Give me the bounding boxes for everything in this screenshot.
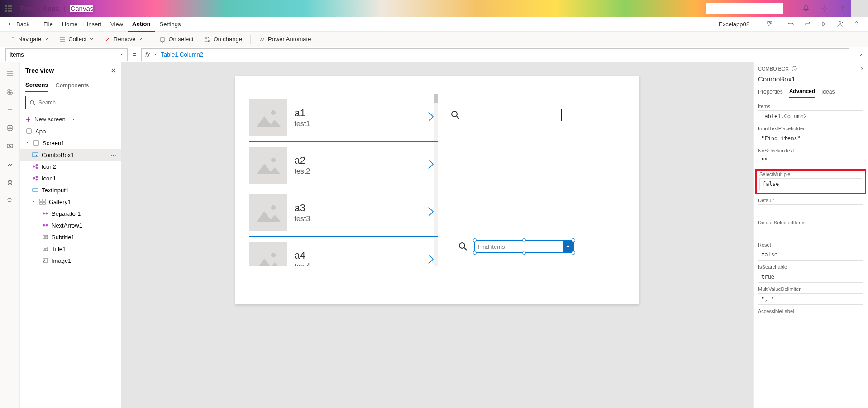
rail-powerautomate-icon[interactable] <box>0 157 20 172</box>
chevron-right-icon[interactable] <box>426 253 435 266</box>
user-avatar[interactable] <box>851 0 868 17</box>
property-dropdown[interactable]: Items <box>5 48 128 61</box>
tree-node-gallery1[interactable]: Gallery1 <box>20 196 121 208</box>
properties-panel: COMBO BOX ComboBox1 Properties Advanced … <box>753 62 868 408</box>
tree-node-title1[interactable]: Title1 <box>20 243 121 255</box>
brand-label: Power Apps | Canvas <box>20 5 93 12</box>
redo-icon[interactable] <box>799 17 816 32</box>
prop-selectmultiple-input[interactable]: false <box>759 178 862 190</box>
tab-screens[interactable]: Screens <box>25 79 48 92</box>
search-icon[interactable] <box>458 242 468 251</box>
menu-settings[interactable]: Settings <box>155 17 185 32</box>
prop-issearchable-input[interactable]: true <box>758 271 863 283</box>
prop-reset-input[interactable]: false <box>758 249 863 261</box>
gallery-item[interactable]: a2 test2 <box>249 142 438 189</box>
navigate-button[interactable]: Navigate <box>5 36 53 43</box>
menu-view[interactable]: View <box>106 17 128 32</box>
rail-data-icon[interactable] <box>0 120 20 136</box>
gallery-item-subtitle: test4 <box>295 262 310 266</box>
back-button[interactable]: Back <box>4 21 33 28</box>
combobox-chevron-icon[interactable] <box>563 241 573 252</box>
rail-treeview-icon[interactable] <box>0 84 20 100</box>
svg-rect-30 <box>43 235 48 239</box>
prop-defaultselected-input[interactable] <box>758 227 863 238</box>
expand-formula-icon[interactable] <box>853 52 868 58</box>
share-icon[interactable] <box>832 17 848 32</box>
gallery-item[interactable]: a3 test3 <box>249 189 438 237</box>
svg-rect-12 <box>27 129 31 133</box>
tree-search-input[interactable] <box>38 100 111 106</box>
tree-node-separator1[interactable]: Separator1 <box>20 208 121 219</box>
property-value: Items <box>10 51 24 58</box>
menu-action[interactable]: Action <box>128 17 155 32</box>
prop-placeholder-input[interactable]: "Find items" <box>758 133 863 144</box>
chevron-right-icon[interactable] <box>426 158 435 172</box>
info-icon[interactable] <box>792 66 797 71</box>
rail-hamburger-icon[interactable] <box>0 66 20 81</box>
menu-home[interactable]: Home <box>57 17 82 32</box>
prop-noselection-input[interactable]: "" <box>758 155 863 166</box>
help-icon[interactable] <box>833 0 851 17</box>
tab-advanced[interactable]: Advanced <box>789 85 815 98</box>
remove-button[interactable]: Remove <box>100 36 147 43</box>
undo-icon[interactable] <box>783 17 799 32</box>
tree-node-combobox1[interactable]: ComboBox1 ⋯ <box>20 149 121 161</box>
collapse-panel-icon[interactable] <box>859 66 864 72</box>
notifications-icon[interactable] <box>797 0 815 17</box>
svg-point-11 <box>30 100 34 104</box>
rail-media-icon[interactable] <box>0 138 20 154</box>
help-menu-icon[interactable] <box>848 17 864 32</box>
tree-node-subtitle1[interactable]: Subtitle1 <box>20 231 121 243</box>
rail-variables-icon[interactable] <box>0 175 20 190</box>
control-name-label: ComboBox1 <box>754 75 868 85</box>
tree-node-app[interactable]: App <box>20 125 121 137</box>
gallery-item[interactable]: a4 test4 <box>249 237 438 266</box>
svg-point-0 <box>823 7 825 9</box>
prop-default-input[interactable] <box>758 204 863 216</box>
tree-node-image1[interactable]: Image1 <box>20 255 121 266</box>
tree-node-nextarrow1[interactable]: NextArrow1 <box>20 219 121 231</box>
gallery-control[interactable]: a1 test1 a2 test2 a3 test3 a4 <box>249 94 438 266</box>
tree-label-icon2: Icon2 <box>42 163 56 170</box>
prop-items-input[interactable]: Table1.Column2 <box>758 110 863 122</box>
tab-properties[interactable]: Properties <box>758 85 783 98</box>
tree-label-gallery1: Gallery1 <box>49 199 71 205</box>
search-icon[interactable] <box>450 110 460 120</box>
tree-node-icon1[interactable]: Icon1 <box>20 172 121 184</box>
prop-multivaluedelim-input[interactable]: ", " <box>758 293 863 305</box>
rail-insert-icon[interactable] <box>0 102 20 118</box>
gallery-item-title: a1 <box>295 107 310 119</box>
gallery-item[interactable]: a1 test1 <box>249 94 438 142</box>
app-launcher-icon[interactable] <box>0 0 17 17</box>
onselect-label: On select <box>168 36 193 43</box>
rail-search-icon[interactable] <box>0 193 20 208</box>
settings-gear-icon[interactable] <box>815 0 833 17</box>
close-panel-icon[interactable]: ✕ <box>111 67 116 74</box>
environment-search[interactable] <box>706 3 783 14</box>
screen-canvas[interactable]: a1 test1 a2 test2 a3 test3 a4 <box>235 76 639 304</box>
menu-insert[interactable]: Insert <box>82 17 106 32</box>
gallery-item-title: a2 <box>295 155 310 166</box>
tree-label-textinput1: TextInput1 <box>42 187 69 194</box>
tab-ideas[interactable]: Ideas <box>821 85 835 98</box>
formula-input[interactable]: fx Table1.Column2 <box>141 48 849 61</box>
chevron-right-icon[interactable] <box>426 205 435 220</box>
onchange-button[interactable]: On change <box>200 36 247 43</box>
powerautomate-button[interactable]: Power Automate <box>254 36 315 43</box>
tree-node-textinput1[interactable]: TextInput1 <box>20 184 121 196</box>
node-more-icon[interactable]: ⋯ <box>110 152 116 158</box>
chevron-right-icon[interactable] <box>426 110 435 125</box>
tab-components[interactable]: Components <box>56 79 89 92</box>
preview-play-icon[interactable] <box>816 17 832 32</box>
app-checker-icon[interactable] <box>761 17 777 32</box>
onselect-button[interactable]: On select <box>155 36 198 43</box>
tree-node-icon2[interactable]: Icon2 <box>20 161 121 172</box>
new-screen-button[interactable]: New screen <box>20 113 121 125</box>
tree-search[interactable] <box>25 96 115 109</box>
textinput-control[interactable] <box>467 109 562 121</box>
collect-button[interactable]: Collect <box>55 36 98 43</box>
menu-file[interactable]: File <box>39 17 57 32</box>
combobox-control[interactable]: Find items <box>474 240 574 253</box>
tree-node-screen1[interactable]: Screen1 <box>20 137 121 149</box>
new-screen-label: New screen <box>34 116 66 123</box>
